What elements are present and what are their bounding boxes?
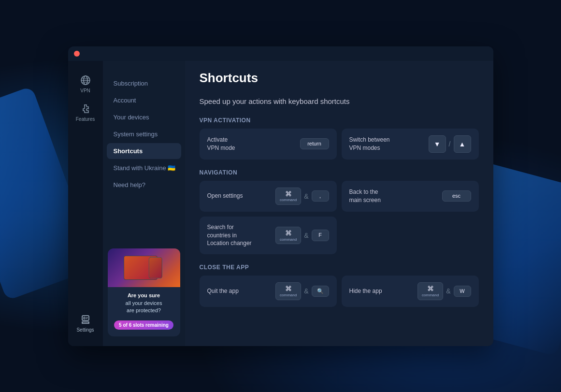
shortcut-back-main: Back to themain screen esc: [342, 181, 479, 212]
svg-rect-6: [84, 317, 85, 319]
nav-panel: Subscription Account Your devices System…: [103, 46, 185, 346]
navigation-row-1: Open settings ⌘ command & , Back to them…: [200, 181, 479, 212]
promo-image: [108, 248, 180, 287]
key-separator-5: &: [446, 287, 450, 295]
svg-rect-5: [82, 316, 89, 320]
back-main-desc: Back to themain screen: [349, 188, 436, 204]
nav-item-shortcuts[interactable]: Shortcuts: [107, 143, 181, 159]
cmd-key-4: ⌘ command: [417, 282, 443, 300]
key-separator-2: &: [304, 192, 308, 200]
sidebar-settings-label: Settings: [76, 327, 94, 333]
nav-item-subscription[interactable]: Subscription: [107, 75, 181, 91]
person-icon: [80, 314, 91, 325]
return-key: return: [300, 138, 329, 149]
key-separator-4: &: [304, 287, 308, 295]
open-settings-desc: Open settings: [207, 192, 270, 200]
nav-item-system-settings[interactable]: System settings: [107, 126, 181, 142]
nav-item-your-devices[interactable]: Your devices: [107, 109, 181, 125]
vpn-activation-row: ActivateVPN mode return Switch betweenVP…: [200, 129, 479, 160]
sidebar-nav: VPN Features: [71, 71, 100, 310]
shortcut-quit-app: Quit the app ⌘ command & 🔍: [200, 276, 337, 306]
section-vpn-activation: VPN activation ActivateVPN mode return S…: [200, 117, 479, 160]
hide-app-keys: ⌘ command & W: [417, 282, 471, 300]
nav-item-need-help[interactable]: Need help?: [107, 177, 181, 193]
search-countries-keys: ⌘ command & F: [275, 227, 329, 244]
sidebar-features-label: Features: [76, 116, 95, 122]
comma-key: ,: [312, 190, 329, 202]
section-nav-label: Navigation: [200, 169, 479, 176]
close-app-row: Quit the app ⌘ command & 🔍 Hide the app: [200, 276, 479, 306]
activate-vpn-desc: ActivateVPN mode: [207, 136, 294, 152]
arrow-down-key: ▼: [429, 135, 446, 153]
activate-vpn-keys: return: [300, 138, 329, 149]
cmd-key-3: ⌘ command: [275, 282, 301, 300]
section-close-label: Close the app: [200, 264, 479, 271]
navigation-row-2: Search forcountries inLocation changer ⌘…: [200, 217, 479, 254]
search-key: 🔍: [312, 286, 329, 297]
sidebar-item-vpn[interactable]: VPN: [71, 71, 100, 97]
promo-device-phone: [149, 257, 162, 278]
cmd-key-2: ⌘ command: [275, 227, 301, 244]
shortcut-activate-vpn: ActivateVPN mode return: [200, 129, 337, 160]
quit-app-desc: Quit the app: [207, 287, 270, 295]
promo-badge[interactable]: 5 of 6 slots remaining: [114, 320, 173, 330]
main-content: Shortcuts Speed up your actions with key…: [185, 46, 493, 346]
globe-icon: [80, 74, 91, 86]
switch-vpn-desc: Switch betweenVPN modes: [349, 136, 423, 152]
shortcut-switch-vpn: Switch betweenVPN modes ▼ / ▲: [342, 129, 479, 160]
sidebar-vpn-label: VPN: [80, 88, 90, 93]
puzzle-icon: [80, 103, 91, 115]
promo-text: Are you sure all your devices are protec…: [112, 292, 176, 314]
sidebar: VPN Features Se: [68, 46, 103, 346]
key-separator-1: /: [449, 140, 451, 148]
switch-vpn-keys: ▼ / ▲: [429, 135, 471, 153]
section-vpn-label: VPN activation: [200, 117, 479, 124]
shortcut-search-countries: Search forcountries inLocation changer ⌘…: [200, 217, 337, 254]
nav-item-account[interactable]: Account: [107, 92, 181, 108]
f-key: F: [312, 230, 329, 241]
close-button[interactable]: [74, 51, 80, 57]
app-window: VPN Features Se: [68, 46, 493, 346]
esc-key: esc: [442, 190, 471, 202]
sidebar-item-features[interactable]: Features: [71, 99, 100, 126]
hide-app-desc: Hide the app: [349, 287, 412, 295]
w-key: W: [454, 286, 471, 297]
arrow-up-key: ▲: [454, 135, 471, 153]
shortcut-open-settings: Open settings ⌘ command & ,: [200, 181, 337, 212]
sidebar-item-settings[interactable]: Settings: [71, 310, 100, 336]
key-separator-3: &: [304, 232, 308, 239]
shortcut-hide-app: Hide the app ⌘ command & W: [342, 276, 479, 306]
section-navigation: Navigation Open settings ⌘ command & ,: [200, 169, 479, 255]
quit-app-keys: ⌘ command & 🔍: [275, 282, 329, 300]
page-title: Shortcuts: [200, 71, 479, 86]
promo-card[interactable]: Are you sure all your devices are protec…: [108, 248, 180, 336]
back-main-keys: esc: [442, 190, 471, 202]
page-subtitle: Speed up your actions with keyboard shor…: [200, 97, 479, 105]
nav-item-stand-ukraine[interactable]: Stand with Ukraine 🇺🇦: [107, 160, 181, 176]
cmd-key-1: ⌘ command: [275, 188, 301, 205]
nav-items: Subscription Account Your devices System…: [103, 71, 185, 244]
titlebar: [68, 46, 493, 61]
search-countries-desc: Search forcountries inLocation changer: [207, 223, 270, 247]
open-settings-keys: ⌘ command & ,: [275, 188, 329, 205]
section-close-app: Close the app Quit the app ⌘ command & 🔍: [200, 264, 479, 306]
